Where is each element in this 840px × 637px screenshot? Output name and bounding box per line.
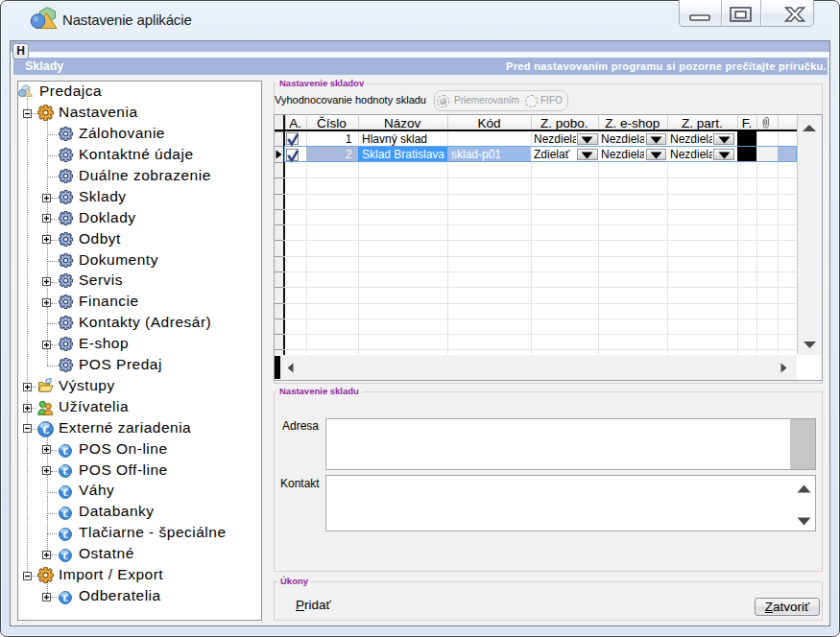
svg-text:€: € (62, 530, 68, 540)
svg-text:€: € (62, 466, 68, 477)
svg-text:€: € (62, 508, 68, 519)
svg-text:€: € (62, 487, 68, 498)
svg-text:€: € (62, 551, 68, 561)
svg-text:€: € (62, 593, 68, 603)
svg-text:€: € (42, 423, 49, 436)
svg-text:€: € (62, 446, 68, 457)
